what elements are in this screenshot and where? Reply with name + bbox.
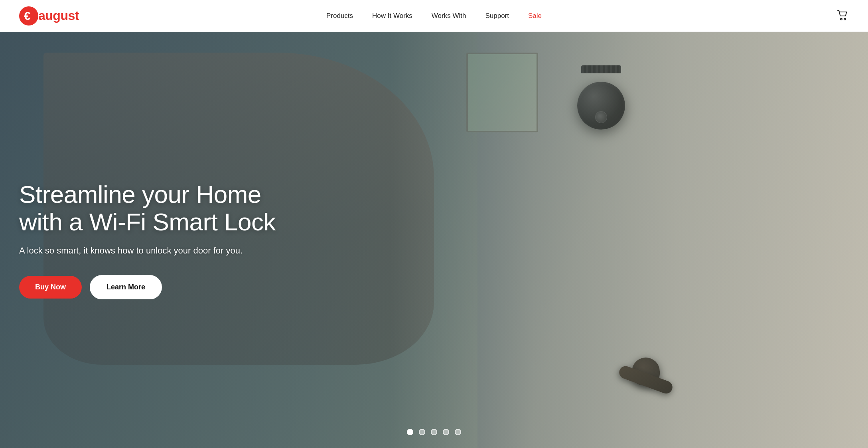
nav-item-support: Support	[485, 12, 509, 20]
nav-item-sale: Sale	[528, 12, 542, 20]
svg-text:€: €	[24, 9, 31, 22]
nav-item-works-with: Works With	[432, 12, 466, 20]
svg-point-2	[840, 18, 842, 20]
carousel-dots	[407, 429, 461, 435]
nav-link-works-with[interactable]: Works With	[432, 12, 466, 20]
nav-link-support[interactable]: Support	[485, 12, 509, 20]
carousel-dot-5[interactable]	[455, 429, 461, 435]
svg-point-3	[844, 18, 846, 20]
carousel-dot-2[interactable]	[419, 429, 425, 435]
nav-links: Products How It Works Works With Support…	[326, 12, 542, 20]
nav-link-how-it-works[interactable]: How It Works	[372, 12, 412, 20]
hero-section: Streamline your Home with a Wi-Fi Smart …	[0, 32, 868, 448]
logo-text: august	[38, 8, 79, 23]
cart-button[interactable]	[836, 9, 849, 23]
hero-title: Streamline your Home with a Wi-Fi Smart …	[19, 181, 298, 236]
carousel-dot-1[interactable]	[407, 429, 413, 435]
hero-buttons: Buy Now Learn More	[19, 275, 298, 299]
buy-now-button[interactable]: Buy Now	[19, 276, 82, 299]
cart-icon	[836, 9, 849, 22]
navbar: € august Products How It Works Works Wit…	[0, 0, 868, 32]
carousel-dot-3[interactable]	[431, 429, 437, 435]
nav-item-how-it-works: How It Works	[372, 12, 412, 20]
learn-more-button[interactable]: Learn More	[90, 275, 162, 299]
nav-link-products[interactable]: Products	[326, 12, 353, 20]
logo-icon: €	[19, 6, 38, 26]
nav-link-sale[interactable]: Sale	[528, 12, 542, 20]
logo-link[interactable]: € august	[19, 6, 79, 26]
nav-item-products: Products	[326, 12, 353, 20]
hero-subtitle: A lock so smart, it knows how to unlock …	[19, 246, 298, 256]
hero-content: Streamline your Home with a Wi-Fi Smart …	[19, 181, 298, 299]
carousel-dot-4[interactable]	[443, 429, 449, 435]
